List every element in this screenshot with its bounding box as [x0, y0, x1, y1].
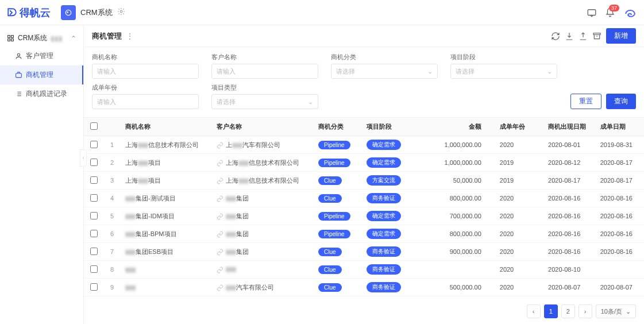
refresh-button[interactable] [551, 32, 560, 41]
svg-rect-10 [593, 33, 600, 34]
notification-badge: 37 [609, 5, 619, 11]
svg-rect-5 [11, 36, 14, 38]
col-amount[interactable]: 金额 [411, 118, 495, 136]
cell-category: Pipeline [314, 207, 362, 225]
cell-amount: 800,000.00 [411, 190, 495, 207]
cell-stage: 商务验证 [362, 243, 410, 261]
chevron-up-icon: ⌃ [71, 34, 76, 43]
app-icon[interactable] [61, 5, 76, 20]
page-size-select[interactable]: 10条/页⌄ [596, 304, 636, 318]
cell-stage: 商务验证 [362, 261, 410, 279]
row-checkbox[interactable] [90, 212, 98, 219]
filter-input-name[interactable] [92, 64, 199, 79]
col-deal-date[interactable]: 成单日期 [596, 118, 644, 136]
chat-button[interactable] [587, 7, 597, 18]
page-2-button[interactable]: 2 [561, 304, 575, 318]
cell-appear-date: 2020-08-16 [543, 243, 596, 261]
chevron-down-icon: ⌄ [626, 308, 631, 315]
chat-icon [587, 7, 597, 18]
svg-point-0 [65, 10, 71, 15]
filter-input-customer[interactable] [211, 64, 318, 79]
reset-button[interactable]: 重置 [570, 94, 601, 109]
notification-button[interactable]: 37 [605, 7, 615, 18]
table-row[interactable]: 6▮▮▮集团-BPM项目▮▮▮集团Pipeline确定需求800,000.002… [84, 225, 644, 243]
row-checkbox[interactable] [90, 141, 98, 148]
table-row[interactable]: 7▮▮▮集团ESB项目▮▮▮集团Clue商务验证900,000.00202020… [84, 243, 644, 261]
cell-year: 2019 [495, 154, 543, 172]
link-icon [217, 284, 223, 291]
table-row[interactable]: 8▮▮▮▮▮▮Clue商务验证20202020-08-10 [84, 261, 644, 279]
cell-appear-date: 2020-08-17 [543, 172, 596, 190]
col-stage[interactable]: 项目阶段 [362, 118, 410, 136]
row-index: 2 [103, 154, 121, 172]
page-1-button[interactable]: 1 [544, 304, 558, 318]
new-button[interactable]: 新增 [606, 28, 636, 44]
col-appear-date[interactable]: 商机出现日期 [543, 118, 596, 136]
link-icon [217, 249, 223, 256]
row-checkbox[interactable] [90, 194, 98, 202]
cell-name: ▮▮▮集团ESB项目 [121, 243, 212, 261]
next-page-button[interactable]: › [579, 304, 592, 318]
filter-label: 项目阶段 [450, 53, 557, 61]
cell-year: 2020 [495, 190, 543, 207]
cell-amount: 50,000.00 [411, 172, 495, 190]
filter-select-stage[interactable]: 请选择⌄ [450, 64, 557, 79]
import-button[interactable] [565, 32, 574, 41]
logo[interactable]: 得帆云 [7, 6, 51, 20]
cell-deal-date [596, 261, 644, 279]
row-checkbox[interactable] [90, 159, 98, 166]
cell-deal-date: 2020-08-16 [596, 225, 644, 243]
col-year[interactable]: 成单年份 [495, 118, 543, 136]
col-name[interactable]: 商机名称 [121, 118, 212, 136]
col-customer[interactable]: 客户名称 [212, 118, 314, 136]
cell-deal-date: 2020-08-16 [596, 190, 644, 207]
avatar[interactable] [623, 6, 637, 20]
cell-appear-date: 2020-08-07 [543, 279, 596, 296]
cell-year: 2019 [495, 172, 543, 190]
piggy-icon [64, 8, 73, 17]
archive-button[interactable] [592, 32, 601, 41]
more-button[interactable]: ⋮ [126, 32, 133, 40]
sidebar-head[interactable]: CRM系统 ▮▮▮ ⌃ [0, 30, 83, 47]
row-index: 3 [103, 172, 121, 190]
col-category[interactable]: 商机分类 [314, 118, 362, 136]
table-row[interactable]: 2上海▮▮▮项目上海▮▮▮信息技术有限公司Pipeline确定需求1,000,0… [84, 154, 644, 172]
filter-label: 客户名称 [211, 53, 318, 61]
sidebar-item-customer[interactable]: 客户管理 [0, 47, 83, 65]
row-checkbox[interactable] [90, 176, 98, 184]
row-index: 6 [103, 225, 121, 243]
row-index: 5 [103, 207, 121, 225]
row-index: 1 [103, 136, 121, 154]
cell-amount: 1,000,000.00 [411, 154, 495, 172]
gear-icon [117, 7, 125, 16]
filter-select-category[interactable]: 请选择⌄ [331, 64, 438, 79]
query-button[interactable]: 查询 [606, 94, 636, 109]
cell-amount [411, 261, 495, 279]
select-all-checkbox[interactable] [90, 122, 98, 130]
cell-stage: 确定需求 [362, 207, 410, 225]
cell-deal-date: 2020-08-16 [596, 243, 644, 261]
cell-customer: ▮▮▮汽车有限公司 [212, 279, 314, 296]
row-checkbox[interactable] [90, 230, 98, 237]
export-button[interactable] [579, 32, 588, 41]
user-icon [15, 52, 22, 60]
sidebar-item-opportunity[interactable]: 商机管理 [0, 65, 83, 84]
table-row[interactable]: 3上海▮▮▮项目上海▮▮▮信息技术有限公司Clue方案交流50,000.0020… [84, 172, 644, 190]
row-checkbox[interactable] [90, 248, 98, 255]
sidebar-collapse[interactable]: ‹ [80, 149, 87, 167]
table-row[interactable]: 4▮▮▮集团-测试项目▮▮▮集团Clue商务验证800,000.00202020… [84, 190, 644, 207]
table-row[interactable]: 5▮▮▮集团-IDM项目▮▮▮集团Pipeline确定需求700,000.002… [84, 207, 644, 225]
logo-icon [7, 7, 17, 18]
settings-button[interactable] [117, 7, 125, 17]
filter-select-type[interactable]: 请选择⌄ [211, 94, 318, 109]
sidebar-item-followup[interactable]: 商机跟进记录 [0, 84, 83, 103]
filter-input-year[interactable] [92, 94, 199, 109]
grid-icon [7, 34, 14, 42]
prev-page-button[interactable]: ‹ [527, 304, 541, 318]
table-row[interactable]: 1上海▮▮▮信息技术有限公司上▮▮▮汽车有限公司Pipeline确定需求1,00… [84, 136, 644, 154]
table-row[interactable]: 9▮▮▮▮▮▮汽车有限公司Clue商务验证500,000.0020202020-… [84, 279, 644, 296]
row-checkbox[interactable] [90, 265, 98, 273]
cell-appear-date: 2020-08-16 [543, 190, 596, 207]
svg-point-1 [67, 11, 68, 12]
row-checkbox[interactable] [90, 283, 98, 291]
